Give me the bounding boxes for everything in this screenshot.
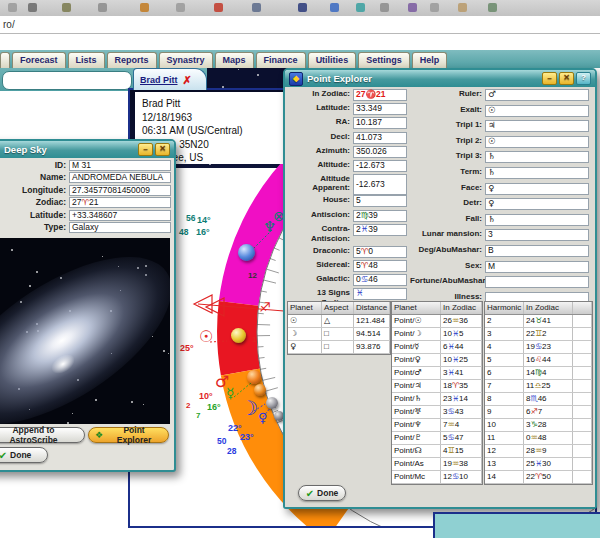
point-explorer-done-button[interactable]: ✔Done bbox=[298, 485, 346, 501]
orange-planet-sphere bbox=[247, 370, 261, 384]
table-cell: 4♊15 bbox=[441, 445, 482, 457]
table-row: ♀□93.876 bbox=[288, 341, 390, 354]
favicon[interactable] bbox=[214, 3, 223, 12]
menu-tab-forecast[interactable]: Forecast bbox=[12, 52, 66, 68]
favicon[interactable] bbox=[408, 3, 417, 12]
favicon[interactable] bbox=[8, 3, 17, 12]
field-value: 2♍39 bbox=[353, 210, 407, 222]
address-bar[interactable]: ro/ bbox=[0, 16, 600, 34]
tab-close-icon[interactable]: ✗ bbox=[183, 75, 192, 85]
table-cell bbox=[573, 328, 592, 340]
field-label: Tripl 1: bbox=[410, 120, 485, 132]
field-row: Deg/AbuMashar:B bbox=[410, 245, 590, 257]
check-icon: ✔ bbox=[0, 450, 7, 461]
field-value: -12.673 bbox=[353, 174, 407, 195]
field-value: ♀ bbox=[485, 198, 589, 210]
field-value: +33.348607 bbox=[69, 210, 171, 221]
table-cell: 12♋10 bbox=[441, 471, 482, 483]
table-row: 88♏46 bbox=[485, 393, 592, 406]
favicon[interactable] bbox=[488, 3, 497, 12]
field-label: Fall: bbox=[410, 214, 485, 226]
favicon[interactable] bbox=[252, 3, 261, 12]
table-cell bbox=[573, 419, 592, 431]
star-dot bbox=[152, 336, 153, 337]
chart-info-line: Brad Pitt bbox=[142, 97, 280, 111]
field-value: ♃ bbox=[485, 120, 589, 132]
menu-tab-utilities[interactable]: Utilities bbox=[308, 52, 357, 68]
field-label: Term: bbox=[410, 167, 485, 179]
close-button[interactable]: ✕ bbox=[559, 72, 574, 85]
point-explorer-button[interactable]: ❖Point Explorer bbox=[88, 427, 169, 443]
deep-sky-done-button[interactable]: ✔Done bbox=[0, 447, 48, 463]
favicon[interactable] bbox=[430, 3, 439, 12]
field-label: Ruler: bbox=[410, 89, 485, 101]
table-cell: 3♑28 bbox=[524, 419, 573, 431]
menu-tab-maps[interactable]: Maps bbox=[215, 52, 254, 68]
menu-tab-reports[interactable]: Reports bbox=[107, 52, 157, 68]
table-row: Point/As19♒38 bbox=[392, 458, 482, 471]
field-label: Latitude: bbox=[287, 103, 353, 115]
table-row: Point/☉26♒36 bbox=[392, 315, 482, 328]
close-button[interactable]: ✕ bbox=[155, 143, 170, 156]
field-value: 10.187 bbox=[353, 117, 407, 129]
append-astroscribe-button[interactable]: Append to AstroScribe bbox=[0, 427, 85, 443]
field-value: 27.34577081450009 bbox=[69, 185, 171, 196]
table-cell bbox=[573, 354, 592, 366]
field-row: In Zodiac:27♈21 bbox=[287, 89, 409, 101]
field-row: Sidereal:5♈48 bbox=[287, 260, 409, 272]
table-cell: Point/As bbox=[392, 458, 441, 470]
table-cell: 6 bbox=[485, 367, 524, 379]
field-label: Longitude: bbox=[0, 185, 69, 196]
field-row: Lunar mansion:3 bbox=[410, 229, 590, 241]
field-row: Galactic:0♋46 bbox=[287, 274, 409, 286]
menu-tab-synastry[interactable]: Synastry bbox=[159, 52, 213, 68]
table-cell: 28♒9 bbox=[524, 445, 573, 457]
field-label: Name: bbox=[0, 172, 69, 183]
favicon[interactable] bbox=[176, 3, 185, 12]
column-header: Planet bbox=[392, 302, 441, 314]
field-row: Longitude:27.34577081450009 bbox=[0, 185, 171, 196]
menu-tab-clipped[interactable] bbox=[0, 52, 10, 68]
star-dot bbox=[102, 256, 103, 257]
deep-sky-titlebar[interactable]: Deep Sky – ✕ bbox=[0, 141, 174, 158]
help-button[interactable]: ? bbox=[576, 72, 591, 85]
field-label: Decl: bbox=[287, 132, 353, 144]
field-row: Tripl 2:☉ bbox=[410, 136, 590, 148]
table-cell: 10♓25 bbox=[441, 354, 482, 366]
aspect-table: PlanetAspectDistance☉△121.484☽□94.514♀□9… bbox=[287, 301, 391, 355]
favicon[interactable] bbox=[330, 3, 339, 12]
menu-tab-settings[interactable]: Settings bbox=[358, 52, 410, 68]
field-row: Sex:M bbox=[410, 261, 590, 273]
name-input[interactable] bbox=[2, 71, 132, 90]
favicon[interactable] bbox=[298, 3, 307, 12]
table-row: Point/♀10♓25 bbox=[392, 354, 482, 367]
favicon[interactable] bbox=[140, 3, 149, 12]
favicon[interactable] bbox=[28, 3, 37, 12]
point-explorer-titlebar[interactable]: ◆ Point Explorer – ✕ ? bbox=[285, 70, 595, 87]
star-dot bbox=[163, 350, 165, 352]
tab-brad-pitt[interactable]: Brad Pitt ✗ bbox=[133, 68, 207, 90]
menu-tab-lists[interactable]: Lists bbox=[68, 52, 105, 68]
favicon[interactable] bbox=[356, 3, 365, 12]
menu-tab-finance[interactable]: Finance bbox=[256, 52, 306, 68]
field-label: Lunar mansion: bbox=[410, 229, 485, 241]
field-label: Type: bbox=[0, 222, 69, 233]
favicon[interactable] bbox=[458, 3, 467, 12]
star-dot bbox=[168, 353, 169, 354]
menu-tab-help[interactable]: Help bbox=[412, 52, 448, 68]
sun-minutes-label: 1 bbox=[252, 336, 256, 344]
table-cell bbox=[573, 393, 592, 405]
table-cell: □ bbox=[322, 328, 354, 340]
favicon[interactable] bbox=[62, 3, 71, 12]
point-explorer-window: ◆ Point Explorer – ✕ ? In Zodiac:27♈21La… bbox=[283, 68, 597, 509]
field-value: ♄ bbox=[485, 167, 589, 179]
field-label: Fortune/AbuMashar: bbox=[410, 276, 485, 288]
favicon[interactable] bbox=[380, 3, 389, 12]
table-cell: 11♎25 bbox=[524, 380, 573, 392]
favicon[interactable] bbox=[98, 3, 107, 12]
field-row: Ruler:♂ bbox=[410, 89, 590, 101]
table-header: PlanetAspectDistance bbox=[288, 302, 390, 315]
minimize-button[interactable]: – bbox=[542, 72, 557, 85]
field-value: ☉ bbox=[485, 136, 589, 148]
minimize-button[interactable]: – bbox=[138, 143, 153, 156]
